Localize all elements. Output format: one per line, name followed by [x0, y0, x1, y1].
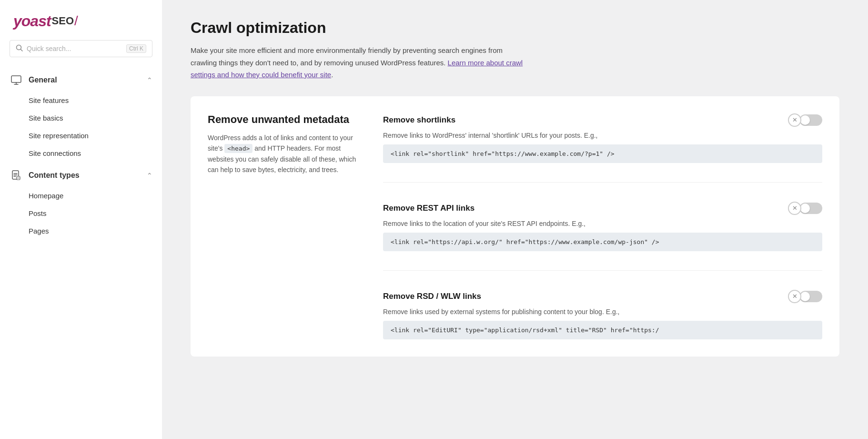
- monitor-icon: [10, 73, 23, 87]
- card-left-title: Remove unwanted metadata: [208, 113, 360, 126]
- nav-section-general-header[interactable]: General ⌃: [0, 69, 162, 92]
- svg-rect-2: [11, 76, 21, 82]
- setting-remove-rest-api-header: Remove REST API links ✕: [383, 202, 822, 215]
- sidebar: yoastSEO/ Quick search... Ctrl K General…: [0, 0, 162, 439]
- toggle-rest-api[interactable]: ✕: [788, 202, 822, 215]
- card-left-desc: WordPress adds a lot of links and conten…: [208, 133, 360, 175]
- setting-title-shortlinks: Remove shortlinks: [383, 115, 455, 125]
- svg-line-1: [21, 50, 23, 51]
- code-block-rsd-wlw[interactable]: <link rel="EditURI" type="application/rs…: [383, 321, 822, 339]
- sidebar-item-homepage[interactable]: Homepage: [0, 187, 162, 204]
- sidebar-item-site-basics[interactable]: Site basics: [0, 109, 162, 127]
- code-block-rest-api[interactable]: <link rel="https://api.w.org/" href="htt…: [383, 233, 822, 251]
- setting-title-rest-api: Remove REST API links: [383, 204, 474, 213]
- toggle-track-shortlinks[interactable]: [799, 114, 822, 126]
- sidebar-item-site-connections[interactable]: Site connections: [0, 144, 162, 162]
- code-text-rsd-wlw: <link rel="EditURI" type="application/rs…: [383, 321, 822, 339]
- code-text-rest-api: <link rel="https://api.w.org/" href="htt…: [383, 233, 822, 251]
- toggle-thumb-rsd-wlw: [800, 292, 810, 301]
- toggle-x-button-shortlinks[interactable]: ✕: [788, 113, 801, 127]
- setting-desc-rest-api: Remove links to the location of your sit…: [383, 219, 822, 229]
- code-text-shortlinks: <link rel="shortlink" href="https://www.…: [391, 150, 615, 157]
- page-description: Make your site more efficient and more e…: [191, 44, 524, 81]
- nav-section-content-types: Content types ⌃ Homepage Posts Pages: [0, 164, 162, 240]
- general-chevron-icon: ⌃: [147, 76, 152, 84]
- divider-2: [383, 270, 822, 271]
- toggle-x-button-rsd-wlw[interactable]: ✕: [788, 290, 801, 303]
- search-shortcut: Ctrl K: [126, 44, 146, 53]
- logo-area: yoastSEO/: [0, 0, 162, 40]
- setting-title-rsd-wlw: Remove RSD / WLW links: [383, 292, 481, 301]
- nav-section-content-types-header[interactable]: Content types ⌃: [0, 164, 162, 187]
- sidebar-item-pages[interactable]: Pages: [0, 222, 162, 240]
- content-types-chevron-icon: ⌃: [147, 172, 152, 179]
- setting-remove-rest-api: Remove REST API links ✕ Remove links to …: [383, 202, 822, 251]
- card-left: Remove unwanted metadata WordPress adds …: [208, 113, 360, 339]
- toggle-track-rsd-wlw[interactable]: [799, 291, 822, 302]
- page-title: Crawl optimization: [191, 19, 839, 37]
- document-icon: [10, 169, 23, 182]
- sidebar-item-site-features[interactable]: Site features: [0, 92, 162, 109]
- toggle-rsd-wlw[interactable]: ✕: [788, 290, 822, 303]
- general-section-label: General: [29, 76, 147, 84]
- search-bar[interactable]: Quick search... Ctrl K: [10, 40, 152, 57]
- metadata-card: Remove unwanted metadata WordPress adds …: [191, 96, 839, 357]
- divider-1: [383, 182, 822, 183]
- logo-slash: /: [74, 13, 78, 29]
- toggle-shortlinks[interactable]: ✕: [788, 113, 822, 127]
- setting-remove-shortlinks: Remove shortlinks ✕ Remove links to Word…: [383, 113, 822, 163]
- toggle-thumb-shortlinks: [800, 115, 810, 125]
- setting-desc-rsd-wlw: Remove links used by external systems fo…: [383, 307, 822, 317]
- setting-remove-shortlinks-header: Remove shortlinks ✕: [383, 113, 822, 127]
- sidebar-item-site-representation[interactable]: Site representation: [0, 127, 162, 144]
- content-types-section-label: Content types: [29, 171, 147, 180]
- toggle-x-button-rest-api[interactable]: ✕: [788, 202, 801, 215]
- search-icon: [16, 44, 23, 53]
- code-block-shortlinks: <link rel="shortlink" href="https://www.…: [383, 144, 822, 163]
- nav-section-general: General ⌃ Site features Site basics Site…: [0, 69, 162, 162]
- toggle-track-rest-api[interactable]: [799, 203, 822, 214]
- sidebar-item-posts[interactable]: Posts: [0, 204, 162, 222]
- setting-remove-rsd-wlw: Remove RSD / WLW links ✕ Remove links us…: [383, 290, 822, 339]
- logo-yoast: yoast: [13, 13, 51, 29]
- card-right: Remove shortlinks ✕ Remove links to Word…: [383, 113, 822, 339]
- search-placeholder: Quick search...: [27, 45, 126, 52]
- logo-seo: SEO: [52, 15, 74, 27]
- toggle-thumb-rest-api: [800, 204, 810, 213]
- card-left-desc-code: <head>: [224, 144, 252, 153]
- main-content: Crawl optimization Make your site more e…: [162, 0, 868, 439]
- setting-remove-rsd-wlw-header: Remove RSD / WLW links ✕: [383, 290, 822, 303]
- setting-desc-shortlinks: Remove links to WordPress' internal 'sho…: [383, 131, 822, 141]
